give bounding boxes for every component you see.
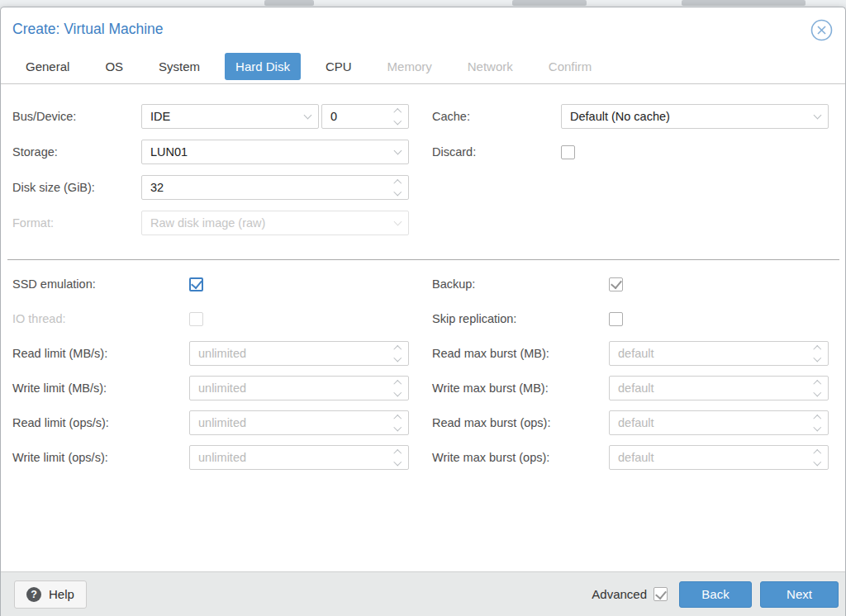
- bus-type-combo[interactable]: IDE: [141, 104, 319, 129]
- write-limit-ops-row: Write limit (ops/s):: [12, 445, 409, 470]
- back-button[interactable]: Back: [679, 581, 752, 608]
- wizard-tab-bar: General OS System Hard Disk CPU Memory N…: [1, 49, 845, 84]
- discard-checkbox[interactable]: [561, 145, 575, 159]
- section-divider: [7, 259, 839, 260]
- tab-memory: Memory: [377, 53, 443, 80]
- storage-value: LUN01: [142, 145, 387, 159]
- background-artifact: [264, 0, 314, 6]
- bus-number-spinner[interactable]: [321, 104, 409, 129]
- spinner-up-down-icon[interactable]: [387, 416, 408, 430]
- next-button[interactable]: Next: [760, 581, 839, 608]
- read-limit-mb-row: Read limit (MB/s):: [12, 341, 409, 366]
- io-thread-checkbox: [189, 312, 203, 326]
- tab-cpu[interactable]: CPU: [315, 53, 363, 80]
- storage-label: Storage:: [12, 145, 141, 159]
- tab-general[interactable]: General: [15, 53, 80, 80]
- advanced-checkbox[interactable]: [654, 587, 668, 601]
- format-combo: Raw disk image (raw): [141, 211, 409, 235]
- storage-row: Storage: LUN01: [12, 140, 409, 164]
- advanced-left-column: SSD emulation: IO thread: Read limit (MB…: [1, 272, 409, 480]
- read-limit-ops-spinner[interactable]: [189, 410, 409, 435]
- dialog-header: Create: Virtual Machine: [1, 7, 845, 49]
- bus-device-label: Bus/Device:: [12, 110, 141, 123]
- chevron-down-icon[interactable]: [297, 116, 318, 118]
- advanced-right-column: Backup: Skip replication: Read max burst…: [409, 272, 845, 480]
- write-limit-ops-input[interactable]: [190, 451, 387, 464]
- write-burst-mb-spinner[interactable]: [609, 376, 829, 400]
- read-limit-ops-input[interactable]: [190, 416, 387, 429]
- ssd-emulation-checkbox[interactable]: [189, 277, 203, 291]
- disk-size-row: Disk size (GiB):: [12, 175, 409, 200]
- help-button[interactable]: ? Help: [14, 580, 87, 609]
- background-artifact: [682, 0, 806, 6]
- tab-system[interactable]: System: [148, 53, 211, 80]
- write-limit-mb-input[interactable]: [190, 381, 387, 395]
- storage-combo[interactable]: LUN01: [141, 140, 409, 164]
- spinner-up-down-icon[interactable]: [387, 451, 408, 465]
- io-thread-row: IO thread:: [12, 306, 409, 331]
- spinner-up-down-icon[interactable]: [806, 451, 828, 465]
- disk-size-label: Disk size (GiB):: [12, 181, 141, 194]
- read-burst-mb-input[interactable]: [610, 347, 806, 360]
- write-burst-mb-label: Write max burst (MB):: [432, 381, 609, 395]
- read-limit-mb-spinner[interactable]: [189, 341, 409, 366]
- skip-replication-label: Skip replication:: [432, 312, 609, 325]
- read-burst-ops-spinner[interactable]: [609, 410, 829, 435]
- tab-network: Network: [457, 53, 524, 80]
- bus-number-input[interactable]: [322, 110, 387, 123]
- disk-options-section: Bus/Device: IDE Storage: LUN01: [1, 84, 845, 246]
- tab-confirm: Confirm: [538, 53, 603, 80]
- cache-combo[interactable]: Default (No cache): [561, 104, 829, 129]
- discard-label: Discard:: [432, 145, 561, 159]
- cache-value: Default (No cache): [562, 110, 806, 123]
- format-row: Format: Raw disk image (raw): [12, 211, 409, 235]
- write-burst-ops-row: Write max burst (ops):: [432, 445, 829, 470]
- write-limit-ops-spinner[interactable]: [189, 445, 409, 470]
- write-limit-mb-spinner[interactable]: [189, 376, 409, 400]
- ssd-emulation-row: SSD emulation:: [12, 272, 409, 296]
- spinner-up-down-icon[interactable]: [387, 381, 408, 396]
- spinner-up-down-icon[interactable]: [806, 347, 828, 361]
- tab-os[interactable]: OS: [94, 53, 134, 80]
- spinner-up-down-icon[interactable]: [387, 181, 408, 195]
- disk-size-input[interactable]: [142, 181, 387, 194]
- read-burst-ops-input[interactable]: [610, 416, 806, 429]
- spinner-up-down-icon[interactable]: [806, 381, 828, 396]
- read-limit-mb-label: Read limit (MB/s):: [12, 347, 189, 360]
- tab-hard-disk[interactable]: Hard Disk: [225, 53, 301, 80]
- skip-replication-checkbox[interactable]: [609, 312, 623, 326]
- spinner-up-down-icon[interactable]: [387, 110, 408, 124]
- backup-row: Backup:: [432, 272, 829, 296]
- background-artifact: [512, 0, 587, 6]
- write-limit-mb-row: Write limit (MB/s):: [12, 376, 409, 400]
- chevron-down-icon: [387, 222, 408, 225]
- cache-row: Cache: Default (No cache): [432, 104, 829, 129]
- skip-replication-row: Skip replication:: [432, 306, 829, 331]
- spinner-up-down-icon[interactable]: [387, 347, 408, 361]
- io-thread-label: IO thread:: [12, 312, 189, 325]
- write-burst-ops-label: Write max burst (ops):: [432, 451, 609, 464]
- dialog-footer: ? Help Advanced Back Next: [1, 571, 845, 616]
- disk-size-spinner[interactable]: [141, 175, 409, 200]
- spinner-up-down-icon[interactable]: [806, 416, 828, 430]
- read-burst-mb-spinner[interactable]: [609, 341, 829, 366]
- advanced-toggle-label: Advanced: [592, 587, 647, 601]
- read-limit-mb-input[interactable]: [190, 347, 387, 360]
- close-icon[interactable]: [810, 19, 833, 41]
- read-limit-ops-label: Read limit (ops/s):: [12, 416, 189, 429]
- write-burst-ops-input[interactable]: [610, 451, 806, 464]
- dialog-title: Create: Virtual Machine: [12, 21, 164, 38]
- write-burst-ops-spinner[interactable]: [609, 445, 829, 470]
- write-burst-mb-input[interactable]: [610, 381, 806, 395]
- top-left-column: Bus/Device: IDE Storage: LUN01: [1, 104, 409, 246]
- read-burst-mb-label: Read max burst (MB):: [432, 347, 609, 360]
- chevron-down-icon[interactable]: [387, 151, 408, 154]
- chevron-down-icon[interactable]: [806, 116, 828, 118]
- discard-row: Discard:: [432, 140, 829, 164]
- backup-checkbox[interactable]: [609, 277, 623, 291]
- form-body: Bus/Device: IDE Storage: LUN01: [1, 84, 845, 571]
- write-burst-mb-row: Write max burst (MB):: [432, 376, 829, 400]
- advanced-options-section: SSD emulation: IO thread: Read limit (MB…: [1, 272, 845, 480]
- question-circle-icon: ?: [26, 587, 41, 602]
- read-limit-ops-row: Read limit (ops/s):: [12, 410, 409, 435]
